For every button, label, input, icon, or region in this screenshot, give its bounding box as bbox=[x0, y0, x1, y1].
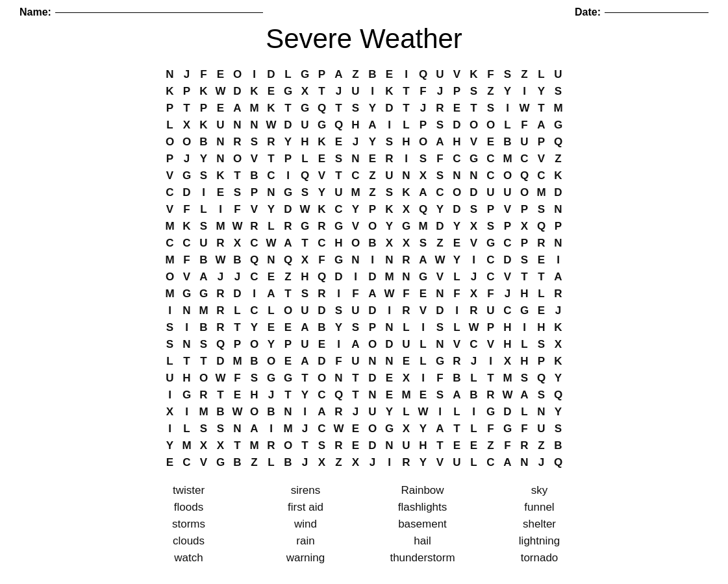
grid-cell: L bbox=[533, 66, 550, 83]
grid-cell: R bbox=[212, 319, 229, 336]
name-underline[interactable] bbox=[55, 12, 263, 13]
grid-cell: S bbox=[162, 319, 179, 336]
grid-cell: C bbox=[483, 167, 499, 184]
date-underline[interactable] bbox=[605, 12, 709, 13]
grid-cell: L bbox=[280, 66, 297, 83]
grid-cell: S bbox=[195, 420, 212, 437]
date-label: Date: bbox=[575, 6, 601, 18]
grid-cell: Q bbox=[415, 201, 432, 218]
grid-cell: F bbox=[432, 151, 449, 167]
grid-cell: X bbox=[466, 286, 483, 302]
grid-cell: M bbox=[499, 370, 516, 387]
grid-cell: J bbox=[297, 420, 314, 437]
grid-cell: Y bbox=[449, 252, 466, 269]
grid-cell: N bbox=[516, 454, 533, 471]
grid-cell: R bbox=[331, 437, 347, 454]
grid-cell: L bbox=[263, 302, 280, 319]
grid-cell: U bbox=[516, 134, 533, 151]
grid-cell: F bbox=[195, 66, 212, 83]
grid-cell: C bbox=[483, 269, 499, 286]
grid-cell: E bbox=[280, 319, 297, 336]
grid-cell: I bbox=[364, 83, 381, 100]
grid-cell: I bbox=[297, 404, 314, 420]
grid-cell: N bbox=[398, 167, 415, 184]
grid-cell: I bbox=[212, 201, 229, 218]
grid-cell: Q bbox=[314, 100, 331, 117]
grid-cell: G bbox=[179, 286, 195, 302]
grid-cell: T bbox=[229, 319, 246, 336]
grid-cell: B bbox=[499, 134, 516, 151]
grid-cell: V bbox=[533, 151, 550, 167]
grid-cell: N bbox=[179, 336, 195, 353]
grid-cell: S bbox=[483, 218, 499, 235]
grid-cell: D bbox=[229, 83, 246, 100]
grid-cell: V bbox=[483, 336, 499, 353]
grid-cell: G bbox=[483, 235, 499, 252]
grid-cell: T bbox=[229, 167, 246, 184]
grid-cell: U bbox=[432, 66, 449, 83]
grid-cell: O bbox=[314, 370, 331, 387]
grid-cell: Y bbox=[499, 83, 516, 100]
grid-cell: F bbox=[449, 286, 466, 302]
grid-cell: T bbox=[229, 437, 246, 454]
grid-cell: M bbox=[246, 100, 263, 117]
grid-cell: P bbox=[516, 235, 533, 252]
grid-cell: O bbox=[364, 336, 381, 353]
grid-cell: K bbox=[398, 184, 415, 201]
grid-cell: W bbox=[229, 218, 246, 235]
grid-cell: F bbox=[314, 252, 331, 269]
grid-cell: V bbox=[466, 134, 483, 151]
grid-cell: Y bbox=[280, 134, 297, 151]
grid-cell: V bbox=[162, 201, 179, 218]
grid-cell: T bbox=[533, 100, 550, 117]
grid-cell: H bbox=[347, 117, 364, 134]
grid-cell: U bbox=[483, 302, 499, 319]
grid-cell: E bbox=[364, 151, 381, 167]
grid-cell: T bbox=[297, 370, 314, 387]
grid-cell: G bbox=[483, 404, 499, 420]
grid-cell: A bbox=[499, 454, 516, 471]
grid-cell: X bbox=[398, 370, 415, 387]
grid-cell: B bbox=[314, 319, 331, 336]
grid-cell: U bbox=[381, 167, 398, 184]
grid-cell: P bbox=[280, 151, 297, 167]
grid-cell: D bbox=[449, 201, 466, 218]
grid-cell: P bbox=[364, 319, 381, 336]
grid-cell: M bbox=[162, 218, 179, 235]
grid-cell: I bbox=[381, 117, 398, 134]
grid-cell: M bbox=[347, 184, 364, 201]
grid-cell: U bbox=[483, 184, 499, 201]
grid-cell: I bbox=[195, 184, 212, 201]
grid-cell: R bbox=[466, 302, 483, 319]
grid-cell: G bbox=[179, 387, 195, 404]
grid-cell: Y bbox=[415, 420, 432, 437]
grid-cell: B bbox=[364, 235, 381, 252]
grid-cell: J bbox=[432, 83, 449, 100]
grid-cell: C bbox=[533, 167, 550, 184]
grid-cell: E bbox=[314, 336, 331, 353]
grid-cell: C bbox=[499, 235, 516, 252]
grid-cell: G bbox=[280, 184, 297, 201]
grid-cell: A bbox=[195, 269, 212, 286]
grid-cell: Z bbox=[516, 66, 533, 83]
grid-cell: Z bbox=[432, 235, 449, 252]
grid-cell: C bbox=[449, 151, 466, 167]
grid-cell: J bbox=[499, 286, 516, 302]
grid-cell: Q bbox=[415, 66, 432, 83]
grid-cell: G bbox=[499, 420, 516, 437]
grid-cell: T bbox=[466, 100, 483, 117]
grid-cell: U bbox=[347, 353, 364, 370]
grid-cell: V bbox=[246, 201, 263, 218]
grid-cell: C bbox=[179, 454, 195, 471]
grid-cell: E bbox=[229, 387, 246, 404]
word-item: basement bbox=[371, 518, 475, 531]
grid-cell: W bbox=[331, 420, 347, 437]
grid-cell: U bbox=[499, 184, 516, 201]
grid-cell: N bbox=[347, 252, 364, 269]
grid-cell: P bbox=[483, 201, 499, 218]
grid-cell: X bbox=[212, 437, 229, 454]
grid-cell: S bbox=[483, 100, 499, 117]
grid-cell: B bbox=[195, 134, 212, 151]
grid-cell: Q bbox=[533, 218, 550, 235]
grid-cell: B bbox=[364, 66, 381, 83]
